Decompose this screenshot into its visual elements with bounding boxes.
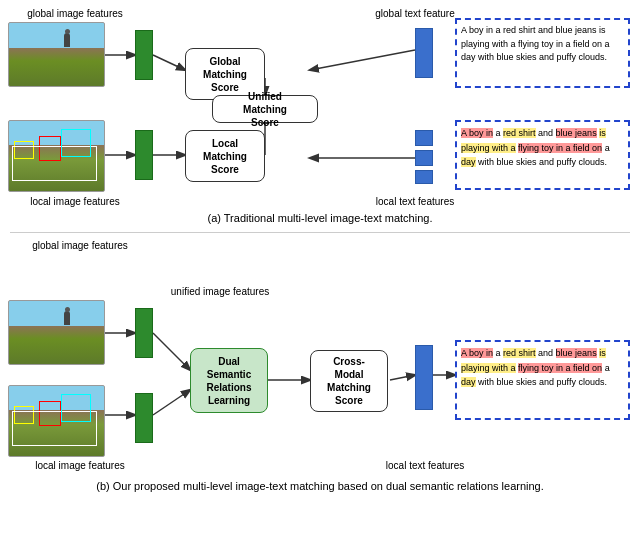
svg-line-13 bbox=[390, 375, 415, 380]
green-bar-bot-b bbox=[135, 393, 153, 443]
local-matching-box: Local Matching Score bbox=[185, 130, 265, 182]
green-bar-bot-a bbox=[135, 130, 153, 180]
diagram-container: global image features global text featur… bbox=[0, 0, 640, 536]
label-local-image-a: local image features bbox=[20, 196, 130, 207]
image-top-a bbox=[8, 22, 105, 87]
green-bar-top-b bbox=[135, 308, 153, 358]
blue-bar-bot-a-3 bbox=[415, 170, 433, 184]
caption-b: (b) Our proposed multi-level image-text … bbox=[0, 480, 640, 492]
blue-bar-b bbox=[415, 345, 433, 410]
text-box-top-a: A boy in a red shirt and blue jeans is p… bbox=[455, 18, 630, 88]
unified-matching-box: Unified Matching Score bbox=[212, 95, 318, 123]
text-box-bot-a: A boy in a red shirt and blue jeans is p… bbox=[455, 120, 630, 190]
blue-bar-top-a bbox=[415, 28, 433, 78]
image-bot-b bbox=[8, 385, 105, 457]
svg-line-9 bbox=[153, 333, 190, 370]
image-bot-a bbox=[8, 120, 105, 192]
label-global-image-a: global image features bbox=[20, 8, 130, 19]
divider bbox=[10, 232, 630, 233]
text-content-bot-a: A boy in a red shirt and blue jeans is p… bbox=[461, 128, 610, 167]
cross-modal-box: Cross- Modal Matching Score bbox=[310, 350, 388, 412]
image-top-b bbox=[8, 300, 105, 365]
green-bar-top-a bbox=[135, 30, 153, 80]
blue-bar-bot-a-1 bbox=[415, 130, 433, 146]
svg-line-4 bbox=[310, 50, 415, 70]
text-content-b: A boy in a red shirt and blue jeans is p… bbox=[461, 348, 610, 387]
dsrl-box: Dual Semantic Relations Learning bbox=[190, 348, 268, 413]
label-unified-b: unified image features bbox=[155, 286, 285, 297]
blue-bar-bot-a-2 bbox=[415, 150, 433, 166]
label-global-image-b: global image features bbox=[20, 240, 140, 251]
label-local-image-b: local image features bbox=[20, 460, 140, 471]
svg-line-11 bbox=[153, 390, 190, 415]
svg-line-1 bbox=[153, 55, 185, 70]
label-local-text-b: local text features bbox=[360, 460, 490, 471]
text-box-b: A boy in a red shirt and blue jeans is p… bbox=[455, 340, 630, 420]
caption-a: (a) Traditional multi-level image-text m… bbox=[0, 212, 640, 224]
label-local-text-a: local text features bbox=[355, 196, 475, 207]
text-content-a: A boy in a red shirt and blue jeans is p… bbox=[461, 25, 610, 62]
